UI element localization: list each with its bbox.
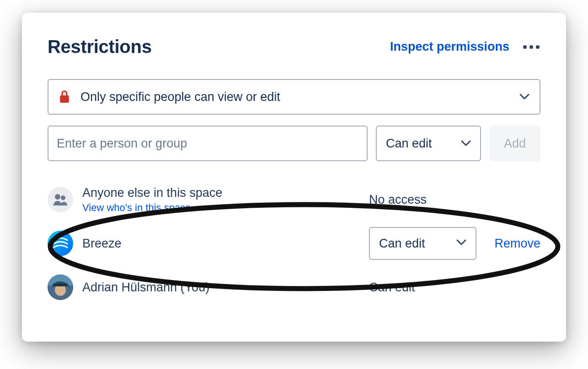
breeze-avatar-icon xyxy=(48,231,73,256)
row-name: Breeze xyxy=(82,237,360,251)
restriction-level-dropdown[interactable]: Only specific people can view or edit xyxy=(48,79,540,115)
row-permission-dropdown[interactable]: Can edit xyxy=(369,227,476,260)
permission-text: Can edit xyxy=(369,280,476,295)
dialog-title: Restrictions xyxy=(48,37,152,57)
view-space-members-link[interactable]: View who's in this space xyxy=(82,202,360,214)
svg-point-2 xyxy=(536,45,540,49)
inspect-permissions-link[interactable]: Inspect permissions xyxy=(390,40,509,54)
new-permission-dropdown[interactable]: Can edit xyxy=(376,126,481,161)
row-info: Breeze xyxy=(82,237,360,251)
more-menu-icon[interactable] xyxy=(522,44,540,50)
dialog-header: Restrictions Inspect permissions xyxy=(48,37,540,57)
header-actions: Inspect permissions xyxy=(390,40,540,54)
list-row-current-user: Adrian Hülsmann (You) Can edit xyxy=(48,265,540,309)
svg-rect-8 xyxy=(54,284,67,286)
row-name: Adrian Hülsmann (You) xyxy=(82,280,360,295)
restrictions-dialog: Restrictions Inspect permissions Only sp… xyxy=(22,13,566,342)
add-button[interactable]: Add xyxy=(489,126,540,161)
new-permission-label: Can edit xyxy=(386,137,432,151)
user-avatar-icon xyxy=(48,274,73,300)
chevron-down-icon xyxy=(519,94,529,100)
row-info: Anyone else in this space View who's in … xyxy=(82,186,360,214)
person-group-input[interactable] xyxy=(48,126,368,161)
lock-icon xyxy=(59,90,70,104)
svg-point-3 xyxy=(55,194,60,200)
row-name: Anyone else in this space xyxy=(82,186,360,200)
group-avatar-icon xyxy=(48,187,73,212)
remove-button[interactable]: Remove xyxy=(486,237,540,251)
permission-list: Anyone else in this space View who's in … xyxy=(48,178,540,309)
svg-point-1 xyxy=(529,45,533,49)
restriction-level-label: Only specific people can view or edit xyxy=(80,90,519,104)
svg-point-4 xyxy=(61,195,65,200)
chevron-down-icon xyxy=(461,140,471,147)
row-info: Adrian Hülsmann (You) xyxy=(82,280,360,295)
svg-point-0 xyxy=(523,45,527,49)
chevron-down-icon xyxy=(456,239,466,248)
add-user-row: Can edit Add xyxy=(48,126,540,161)
permission-text: No access xyxy=(369,193,476,207)
row-permission-label: Can edit xyxy=(379,237,425,251)
list-row-breeze: Breeze Can edit Remove xyxy=(48,221,540,265)
list-row-anyone-else: Anyone else in this space View who's in … xyxy=(48,178,540,221)
